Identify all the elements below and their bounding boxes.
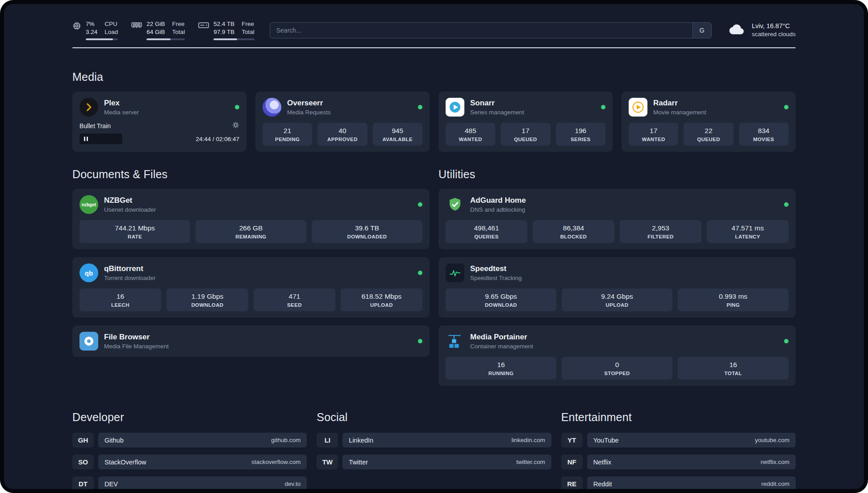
disk-total-label: Total: [242, 28, 255, 36]
gear-icon[interactable]: [232, 121, 239, 130]
bookmark-abbr: LI: [317, 433, 338, 447]
stat-value: 834: [742, 127, 786, 135]
bookmark-github[interactable]: GH Github github.com: [72, 433, 307, 447]
stat-value: 0.993 ms: [680, 292, 786, 301]
adguard-icon: [446, 195, 464, 214]
stat-value: 47.571 ms: [709, 224, 786, 232]
bookmark-abbr: RE: [561, 476, 583, 489]
bookmark-url: youtube.com: [755, 437, 789, 443]
section-utilities: Utilities AdGuard Home DNS and a: [438, 168, 796, 386]
filebrowser-icon: [79, 332, 98, 351]
stat-tile: 834 MOVIES: [739, 123, 789, 146]
stat-value: 618.52 Mbps: [343, 292, 420, 301]
stat-tile: 945 AVAILABLE: [373, 123, 422, 146]
stat-value: 471: [256, 292, 333, 301]
stat-value: 744.21 Mbps: [82, 224, 188, 232]
card-plex[interactable]: Plex Media server Bullet Train: [72, 92, 246, 152]
card-portainer[interactable]: Media Portainer Container management 16 …: [438, 326, 796, 386]
cpu-icon: [72, 21, 81, 32]
card-nzbget[interactable]: nzbget NZBGet Usenet downloader 744.21 M…: [72, 189, 430, 249]
bookmark-youtube[interactable]: YT YouTube youtube.com: [561, 433, 796, 447]
bookmark-url: stackoverflow.com: [251, 459, 300, 465]
stat-value: 16: [448, 361, 554, 369]
stat-label: BLOCKED: [535, 234, 612, 239]
section-title-developer: Developer: [72, 411, 307, 424]
stat-value: 21: [265, 127, 309, 135]
stat-label: UPLOAD: [564, 302, 670, 308]
section-developer: Developer GH Github github.com SO StackO…: [72, 411, 307, 489]
card-title: Speedtest: [470, 264, 522, 273]
stat-label: DOWNLOAD: [448, 302, 554, 308]
stat-tile: 196 SERIES: [556, 123, 605, 146]
card-radarr[interactable]: Radarr Movie management 17 WANTED 22 QUE…: [622, 92, 796, 152]
bookmark-abbr: DT: [72, 476, 94, 489]
radarr-icon: [629, 98, 647, 117]
bookmark-name: StackOverflow: [104, 459, 146, 466]
status-dot: [418, 105, 422, 109]
bookmark-url: reddit.com: [761, 480, 789, 487]
disk-total-value: 97.9 TB: [213, 28, 234, 36]
bookmark-netflix[interactable]: NF Netflix netflix.com: [561, 455, 796, 469]
stat-label: WANTED: [631, 137, 676, 142]
card-sonarr[interactable]: Sonarr Series management 485 WANTED 17 Q…: [438, 92, 613, 152]
bookmark-stackoverflow[interactable]: SO StackOverflow stackoverflow.com: [72, 455, 307, 469]
bookmark-twitter[interactable]: TW Twitter twitter.com: [317, 455, 551, 469]
bookmark-name: Reddit: [593, 480, 612, 488]
stat-value: 17: [631, 127, 676, 135]
stat-tile: 2,953 FILTERED: [620, 220, 701, 243]
stat-tile: 22 QUEUED: [684, 123, 733, 146]
search-input[interactable]: [270, 23, 693, 38]
status-dot: [784, 339, 789, 343]
stat-tile: 744.21 Mbps RATE: [79, 220, 190, 243]
bookmark-abbr: TW: [317, 455, 338, 469]
search-provider-button[interactable]: G: [693, 23, 711, 38]
cpu-label: CPU: [104, 20, 118, 28]
weather-location: Lviv, 16.87°C: [752, 22, 796, 31]
bookmark-name: Github: [104, 437, 124, 444]
stat-label: TOTAL: [680, 371, 786, 376]
stat-label: QUEUED: [686, 137, 730, 142]
card-subtitle: Torrent downloader: [104, 275, 156, 282]
dashboard-content: 7% 3.24 CPU Load: [72, 4, 796, 489]
stat-value: 16: [82, 292, 159, 301]
card-qbittorrent[interactable]: qb qBittorrent Torrent downloader 16 LEE…: [72, 257, 430, 318]
bookmark-name: Twitter: [349, 459, 368, 466]
stat-value: 9.24 Gbps: [564, 292, 670, 301]
stat-tile: 618.52 Mbps UPLOAD: [341, 288, 422, 311]
card-title: qBittorrent: [104, 264, 156, 273]
bookmark-url: linkedin.com: [512, 437, 545, 443]
stat-tile: 21 PENDING: [263, 123, 312, 146]
stat-value: 39.6 TB: [314, 224, 420, 232]
card-speedtest[interactable]: Speedtest Speedtest Tracking 9.65 Gbps D…: [438, 257, 796, 318]
stat-label: UPLOAD: [343, 302, 420, 308]
bookmark-linkedin[interactable]: LI LinkedIn linkedin.com: [317, 433, 551, 447]
stat-label: RATE: [82, 234, 188, 239]
status-dot: [235, 105, 239, 109]
card-adguard[interactable]: AdGuard Home DNS and adblocking 498,461 …: [438, 189, 796, 249]
stat-label: PING: [680, 302, 786, 308]
card-subtitle: Media server: [104, 109, 139, 116]
stat-tile: 17 WANTED: [629, 123, 678, 146]
now-playing-title: Bullet Train: [79, 122, 111, 130]
section-title-utilities: Utilities: [438, 168, 796, 181]
bookmark-dev[interactable]: DT DEV dev.to: [72, 476, 307, 489]
stat-tile: 9.65 Gbps DOWNLOAD: [446, 288, 556, 311]
stat-value: 9.65 Gbps: [448, 292, 554, 301]
stat-label: DOWNLOADED: [314, 234, 420, 239]
pause-button[interactable]: [79, 134, 122, 144]
cpu-usage-bar: [86, 38, 118, 40]
status-dot: [418, 271, 422, 275]
stat-value: 40: [320, 127, 364, 135]
stat-label: MOVIES: [742, 137, 786, 142]
card-title: Radarr: [653, 99, 706, 108]
status-dot: [418, 202, 422, 207]
card-overseerr[interactable]: Overseerr Media Requests 21 PENDING 40 A…: [255, 92, 430, 152]
bookmark-reddit[interactable]: RE Reddit reddit.com: [561, 476, 796, 489]
stat-label: SEED: [256, 302, 333, 308]
card-subtitle: Media File Management: [104, 343, 169, 350]
weather-widget[interactable]: Lviv, 16.87°C scattered clouds: [727, 22, 796, 39]
card-filebrowser[interactable]: File Browser Media File Management: [72, 326, 430, 357]
stat-label: LATENCY: [709, 234, 786, 239]
disk-icon: [198, 21, 209, 31]
dashboard-app: 7% 3.24 CPU Load: [4, 4, 864, 489]
